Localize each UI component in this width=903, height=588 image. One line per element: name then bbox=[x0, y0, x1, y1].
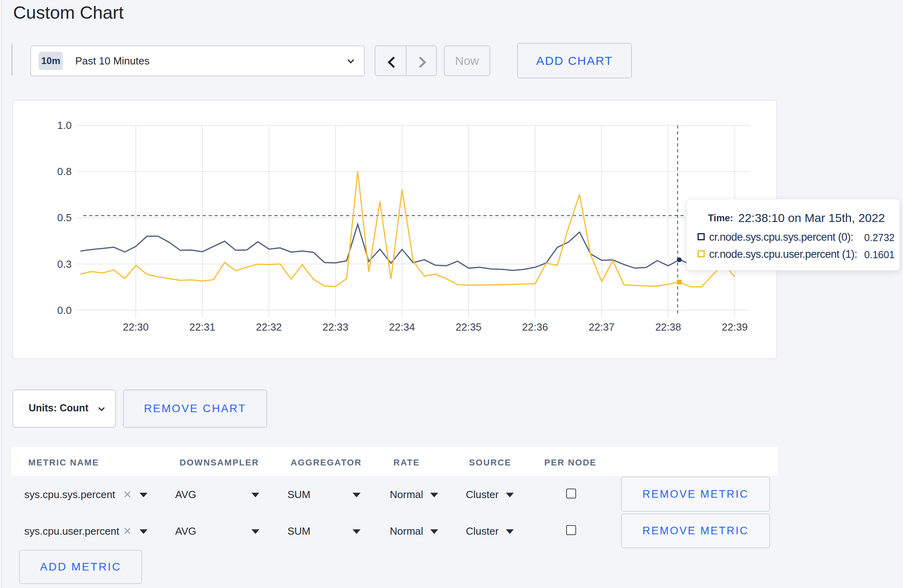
svg-text:1.0: 1.0 bbox=[57, 119, 72, 131]
svg-text:22:31: 22:31 bbox=[190, 321, 215, 333]
svg-text:22:37: 22:37 bbox=[588, 321, 614, 333]
svg-text:22:34: 22:34 bbox=[389, 321, 415, 333]
svg-text:0.8: 0.8 bbox=[57, 165, 72, 177]
svg-text:22:32: 22:32 bbox=[256, 321, 282, 333]
svg-text:22:30: 22:30 bbox=[123, 321, 149, 333]
svg-text:22:38: 22:38 bbox=[655, 321, 681, 333]
svg-text:22:35: 22:35 bbox=[455, 321, 481, 333]
svg-text:0.3: 0.3 bbox=[57, 258, 72, 270]
svg-text:22:36: 22:36 bbox=[522, 321, 548, 333]
svg-text:22:39: 22:39 bbox=[722, 321, 748, 333]
svg-text:0.0: 0.0 bbox=[57, 304, 72, 316]
svg-text:0.5: 0.5 bbox=[57, 212, 72, 224]
svg-text:22:33: 22:33 bbox=[322, 321, 348, 333]
